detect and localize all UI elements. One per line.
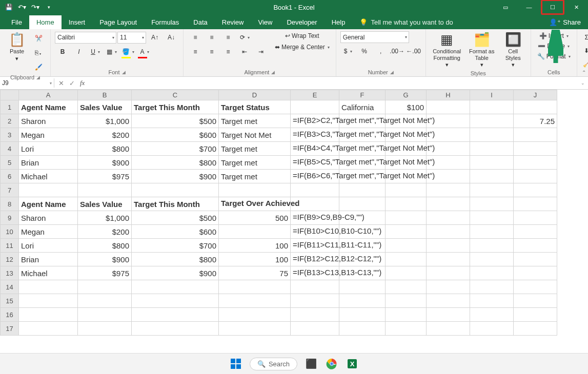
cell-G11[interactable]: [386, 239, 427, 253]
cell-G7[interactable]: [386, 183, 427, 197]
cell-H1[interactable]: [427, 100, 470, 114]
cell-D13[interactable]: 75: [219, 266, 291, 280]
cell-B15[interactable]: [78, 294, 132, 308]
cell-H12[interactable]: [427, 253, 470, 266]
cell-G9[interactable]: [386, 211, 427, 225]
cell-F8[interactable]: [339, 197, 386, 211]
cell-B2[interactable]: $1,000: [78, 114, 132, 128]
cell-E7[interactable]: [291, 183, 339, 197]
chrome-icon[interactable]: [325, 357, 338, 370]
row-header-8[interactable]: 8: [1, 197, 19, 211]
increase-font-button[interactable]: A↑: [147, 31, 163, 44]
orientation-button[interactable]: ⟳▾: [237, 31, 252, 44]
clipboard-dialog-launcher[interactable]: ◢: [36, 75, 40, 80]
cell-J2[interactable]: 7.25: [514, 114, 557, 128]
cell-J3[interactable]: [514, 128, 557, 142]
cell-C1[interactable]: Target This Month: [132, 100, 219, 114]
percent-format-button[interactable]: %: [357, 45, 372, 57]
cell-H13[interactable]: [427, 266, 470, 280]
column-header-A[interactable]: A: [19, 90, 78, 100]
cell-D10[interactable]: [219, 225, 291, 239]
cell-C2[interactable]: $500: [132, 114, 219, 128]
cell-C17[interactable]: [132, 322, 219, 336]
decrease-indent-button[interactable]: ⇤: [237, 46, 252, 58]
cell-C4[interactable]: $700: [132, 142, 219, 156]
cell-C6[interactable]: $900: [132, 170, 219, 183]
row-header-11[interactable]: 11: [1, 239, 19, 253]
cell-styles-button[interactable]: 🔲Cell Styles▾: [500, 31, 526, 69]
cell-A3[interactable]: Megan: [19, 128, 78, 142]
cancel-formula-button[interactable]: ✕: [58, 79, 64, 87]
tab-review[interactable]: Review: [215, 15, 251, 29]
cell-D2[interactable]: Target met: [219, 114, 291, 128]
cell-E5[interactable]: =IF(B5>C5,"Target met","Target Not Met"): [291, 156, 339, 170]
conditional-formatting-button[interactable]: ▦Conditional Formatting▾: [430, 31, 464, 69]
cell-H17[interactable]: [427, 322, 470, 336]
cell-J6[interactable]: [514, 170, 557, 183]
column-header-J[interactable]: J: [514, 90, 557, 100]
cell-C3[interactable]: $600: [132, 128, 219, 142]
bold-button[interactable]: B: [55, 46, 70, 58]
cell-A8[interactable]: Agent Name: [19, 197, 78, 211]
cut-button[interactable]: ✂️: [31, 32, 46, 45]
cell-B8[interactable]: Sales Value: [78, 197, 132, 211]
column-header-F[interactable]: F: [339, 90, 386, 100]
column-header-H[interactable]: H: [427, 90, 470, 100]
cell-E12[interactable]: =IF(B12>C12,B12-C12,""): [291, 253, 339, 266]
cell-G13[interactable]: [386, 266, 427, 280]
clear-button[interactable]: 🧹▾: [581, 58, 588, 70]
cell-A15[interactable]: [19, 294, 78, 308]
collapse-ribbon-button[interactable]: ⌃: [582, 70, 586, 75]
cell-I5[interactable]: [470, 156, 514, 170]
cell-I4[interactable]: [470, 142, 514, 156]
cell-I2[interactable]: [470, 114, 514, 128]
cell-E6[interactable]: =IF(B6>C6,"Target met","Target Not Met"): [291, 170, 339, 183]
cell-J7[interactable]: [514, 183, 557, 197]
underline-button[interactable]: U▾: [88, 46, 103, 58]
cell-C11[interactable]: $700: [132, 239, 219, 253]
cell-F17[interactable]: [339, 322, 386, 336]
cell-D4[interactable]: Target met: [219, 142, 291, 156]
cell-J14[interactable]: [514, 280, 557, 294]
cell-G17[interactable]: [386, 322, 427, 336]
cell-D1[interactable]: Target Status: [219, 100, 291, 114]
cell-I6[interactable]: [470, 170, 514, 183]
cell-E1[interactable]: [291, 100, 339, 114]
cell-A4[interactable]: Lori: [19, 142, 78, 156]
cell-D14[interactable]: [219, 280, 291, 294]
cell-E11[interactable]: =IF(B11>C11,B11-C11,""): [291, 239, 339, 253]
cell-A13[interactable]: Michael: [19, 266, 78, 280]
align-center-button[interactable]: ≡: [204, 46, 219, 58]
cell-B10[interactable]: $200: [78, 225, 132, 239]
cell-I3[interactable]: [470, 128, 514, 142]
cell-C9[interactable]: $500: [132, 211, 219, 225]
row-header-5[interactable]: 5: [1, 156, 19, 170]
borders-button[interactable]: ▦▾: [104, 46, 119, 58]
cell-I16[interactable]: [470, 308, 514, 322]
cell-J8[interactable]: [514, 197, 557, 211]
font-color-button[interactable]: A▾: [137, 46, 152, 58]
cell-J11[interactable]: [514, 239, 557, 253]
tab-file[interactable]: File: [4, 15, 29, 29]
tab-formulas[interactable]: Formulas: [144, 15, 186, 29]
cell-D7[interactable]: [219, 183, 291, 197]
cell-D6[interactable]: Target met: [219, 170, 291, 183]
cell-H16[interactable]: [427, 308, 470, 322]
cell-D17[interactable]: [219, 322, 291, 336]
row-header-12[interactable]: 12: [1, 253, 19, 266]
cell-A11[interactable]: Lori: [19, 239, 78, 253]
cell-E15[interactable]: [291, 294, 339, 308]
save-icon[interactable]: 💾: [4, 3, 13, 12]
cell-I13[interactable]: [470, 266, 514, 280]
cell-B5[interactable]: $900: [78, 156, 132, 170]
format-as-table-button[interactable]: 🗂️Format as Table▾: [465, 31, 499, 69]
cell-A10[interactable]: Megan: [19, 225, 78, 239]
start-button[interactable]: [229, 357, 242, 370]
wrap-text-button[interactable]: ↩Wrap Text: [273, 31, 332, 40]
tell-me-search[interactable]: 💡 Tell me what you want to do: [352, 15, 460, 29]
cell-H14[interactable]: [427, 280, 470, 294]
fill-color-button[interactable]: 🪣▾: [120, 46, 136, 58]
row-header-4[interactable]: 4: [1, 142, 19, 156]
enter-formula-button[interactable]: ✓: [69, 79, 75, 87]
cell-H15[interactable]: [427, 294, 470, 308]
